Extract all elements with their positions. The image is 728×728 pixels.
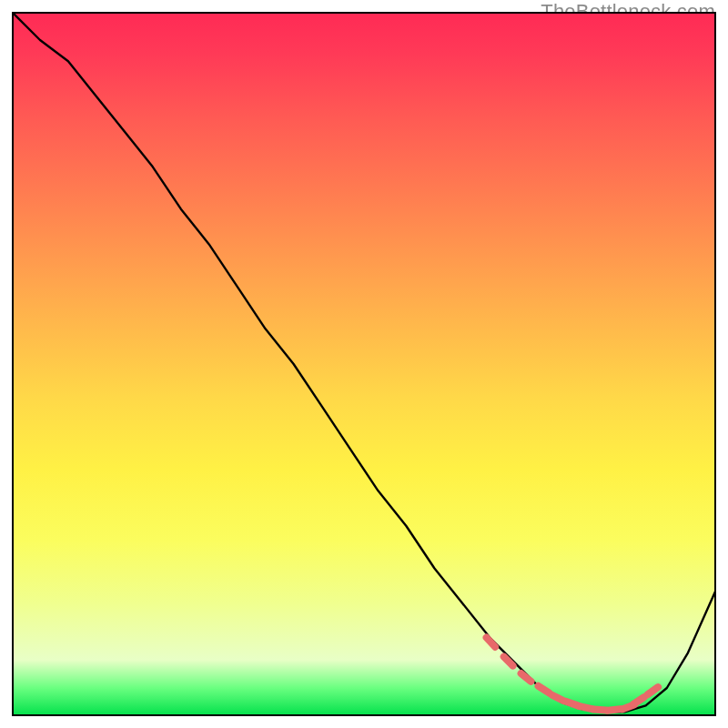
chart-frame xyxy=(12,12,716,716)
plot-area xyxy=(12,12,716,716)
gradient-background xyxy=(12,12,716,716)
